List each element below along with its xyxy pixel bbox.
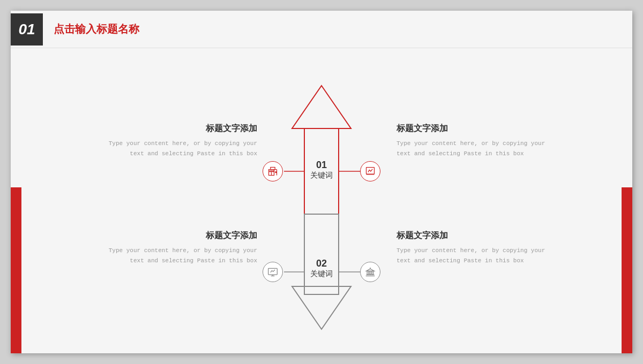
- center-diagram: 01 关键词 02 关键词: [268, 80, 375, 337]
- svg-rect-24: [367, 271, 369, 275]
- node2-num: 02: [310, 258, 333, 269]
- svg-rect-26: [372, 271, 373, 275]
- content-area: 标题文字添加 Type your content here, or by cop…: [11, 54, 632, 353]
- bottom-left-text[interactable]: Type your content here, or by copying yo…: [107, 246, 257, 266]
- node1-label: 01 关键词: [310, 160, 333, 180]
- top-left-text[interactable]: Type your content here, or by copying yo…: [107, 139, 257, 158]
- quadrant-bottom-right: 标题文字添加 Type your content here, or by cop…: [397, 230, 547, 266]
- diagram-svg: [268, 80, 375, 337]
- bottom-right-text[interactable]: Type your content here, or by copying yo…: [397, 246, 547, 266]
- svg-rect-2: [304, 214, 339, 294]
- svg-rect-13: [273, 171, 274, 172]
- svg-rect-12: [272, 171, 273, 172]
- top-right-text[interactable]: Type your content here, or by copying yo…: [397, 139, 547, 158]
- slide: 01 点击输入标题名称 标题文字添加 Type your content her…: [11, 11, 632, 353]
- top-left-title[interactable]: 标题文字添加: [107, 123, 257, 134]
- svg-rect-11: [270, 171, 271, 172]
- node2-keyword: 关键词: [310, 269, 333, 279]
- node1-num: 01: [310, 160, 333, 171]
- quadrant-bottom-left: 标题文字添加 Type your content here, or by cop…: [107, 230, 257, 266]
- svg-rect-25: [370, 271, 371, 275]
- bottom-left-title[interactable]: 标题文字添加: [107, 230, 257, 241]
- icon-top-right: [360, 161, 380, 181]
- quadrant-top-left: 标题文字添加 Type your content here, or by cop…: [107, 123, 257, 158]
- icon-bottom-left: [263, 262, 283, 282]
- top-right-title[interactable]: 标题文字添加: [397, 123, 547, 134]
- header-title[interactable]: 点击输入标题名称: [54, 22, 139, 36]
- svg-rect-16: [275, 172, 276, 173]
- icon-top-left: [263, 161, 283, 181]
- icon-bottom-right: [360, 262, 380, 282]
- node1-keyword: 关键词: [310, 171, 333, 180]
- svg-marker-0: [292, 86, 351, 128]
- node2-label: 02 关键词: [310, 258, 333, 279]
- header: 01 点击输入标题名称: [11, 11, 632, 48]
- bottom-right-title[interactable]: 标题文字添加: [397, 230, 547, 241]
- svg-rect-9: [271, 168, 275, 170]
- svg-marker-3: [292, 286, 351, 329]
- slide-number: 01: [11, 13, 43, 46]
- quadrant-top-right: 标题文字添加 Type your content here, or by cop…: [397, 123, 547, 158]
